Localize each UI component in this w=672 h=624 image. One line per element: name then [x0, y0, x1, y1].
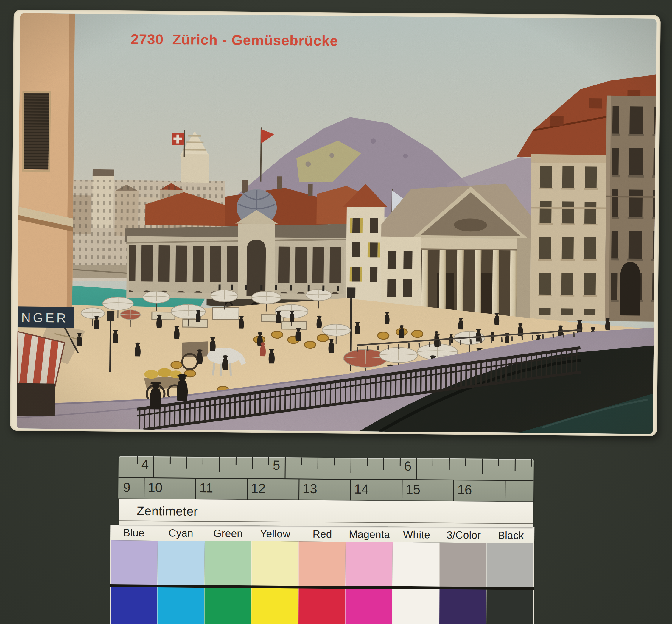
- color-label: Yellow: [252, 527, 299, 540]
- inch-tick: [235, 457, 236, 465]
- inch-tick: [367, 458, 368, 466]
- inch-tick: [498, 459, 499, 466]
- cm-gridline: [505, 480, 506, 501]
- inch-tick: [137, 456, 138, 464]
- cm-gridline: [195, 478, 196, 499]
- inch-tick: [334, 458, 335, 465]
- pastel-patch-red: [298, 542, 345, 586]
- inch-number: 4: [141, 457, 149, 472]
- color-label: 3/Color: [440, 529, 487, 541]
- saturated-patch-green: [204, 588, 251, 624]
- inch-tick: [482, 459, 483, 474]
- inch-tick: [317, 458, 318, 469]
- color-label: Green: [204, 527, 251, 539]
- pastel-patch-3-color: [439, 543, 486, 587]
- color-label: Black: [487, 529, 534, 541]
- inch-tick: [153, 456, 154, 478]
- inch-tick: [416, 458, 417, 479]
- pastel-patch-cyan: [157, 541, 205, 585]
- inch-tick: [252, 457, 253, 469]
- unit-label-strip: Zentimeter: [119, 499, 533, 527]
- saturated-patch-blue: [110, 587, 157, 624]
- cm-number: 10: [148, 480, 162, 495]
- cm-gridline: [453, 480, 454, 501]
- cm-gridline: [144, 478, 145, 499]
- scanner-bed: { "postcard": { "title": "2730 Zürich - …: [0, 0, 672, 624]
- inch-tick: [203, 457, 203, 464]
- pastel-patch-white: [392, 542, 440, 587]
- color-label: Magenta: [346, 528, 393, 540]
- inch-number: 6: [404, 459, 412, 474]
- inch-number: 5: [273, 458, 280, 473]
- color-labels-row: BlueCyanGreenYellowRedMagentaWhite3/Colo…: [110, 524, 534, 543]
- inch-tick: [531, 459, 532, 467]
- cm-number: 11: [199, 480, 213, 495]
- calibration-ruler: 456 910111213141516: [118, 456, 534, 502]
- inch-tick: [170, 456, 171, 464]
- saturated-patch-white: [392, 589, 439, 624]
- postcard: NGER 2730 Zürich - Gemüsebrücke: [10, 9, 661, 436]
- saturated-patch-magenta: [345, 589, 392, 624]
- inch-tick: [449, 459, 450, 470]
- vignette: [17, 13, 656, 434]
- ruler-divider: [118, 477, 534, 481]
- cm-number: 15: [406, 482, 420, 497]
- saturated-patch-black: [486, 590, 533, 624]
- color-label: Red: [299, 528, 346, 540]
- color-label: Blue: [110, 526, 157, 539]
- color-label: Cyan: [157, 527, 204, 539]
- inch-tick: [219, 457, 220, 472]
- cm-gridline: [350, 479, 351, 501]
- inch-tick: [268, 457, 269, 465]
- unit-label: Zentimeter: [137, 504, 198, 519]
- pastel-patch-yellow: [251, 541, 299, 586]
- color-label: White: [393, 528, 440, 541]
- cm-gridline: [247, 478, 248, 500]
- inch-tick: [383, 458, 384, 470]
- cm-number: 13: [303, 481, 317, 496]
- cm-number: 14: [354, 482, 369, 496]
- postcard-photo: NGER 2730 Zürich - Gemüsebrücke: [17, 13, 656, 434]
- inch-tick: [301, 457, 302, 465]
- color-patches-saturated-row: [110, 587, 534, 624]
- cm-number: 9: [123, 480, 130, 495]
- calibration-strip: 456 910111213141516 Zentimeter BlueCyanG…: [110, 456, 535, 624]
- inch-tick: [400, 458, 400, 466]
- postcard-scene: NGER: [17, 13, 656, 434]
- saturated-patch-red: [298, 588, 345, 624]
- postcard-title: 2730 Zürich - Gemüsebrücke: [131, 31, 338, 49]
- pastel-patch-green: [204, 541, 252, 585]
- saturated-patch-3-color: [439, 590, 486, 624]
- cm-scale: 910111213141516: [119, 456, 534, 459]
- inch-tick: [186, 457, 187, 469]
- inch-tick: [284, 457, 286, 479]
- cm-number: 16: [457, 482, 472, 497]
- inch-tick: [433, 459, 433, 466]
- strip-rule-line: [119, 520, 533, 524]
- cm-gridline: [299, 479, 300, 500]
- inch-tick: [514, 459, 515, 471]
- inch-tick: [465, 459, 466, 466]
- saturated-patch-cyan: [157, 588, 204, 624]
- cm-number: 12: [251, 481, 265, 496]
- inch-scale: 456: [119, 456, 534, 459]
- saturated-patch-yellow: [251, 588, 298, 624]
- pastel-patch-black: [486, 543, 534, 588]
- pastel-patch-magenta: [345, 542, 393, 587]
- inch-tick: [350, 458, 351, 473]
- pastel-patch-blue: [111, 540, 158, 585]
- color-patches-pastel-row: [110, 540, 534, 588]
- cm-gridline: [402, 479, 403, 501]
